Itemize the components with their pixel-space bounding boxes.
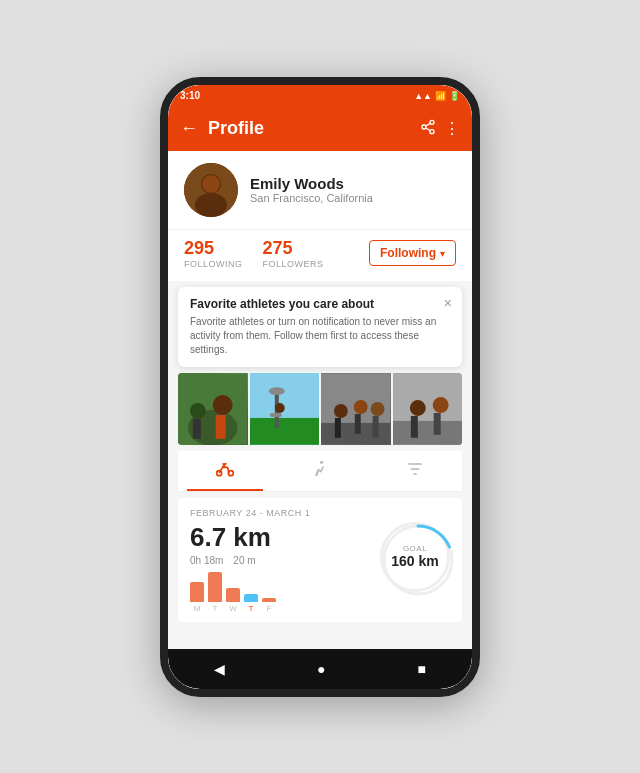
svg-rect-26 bbox=[355, 413, 361, 433]
followers-label: FOLLOWERS bbox=[263, 259, 324, 269]
following-button-label: Following bbox=[380, 246, 436, 260]
activity-main: 6.7 km 0h 18m 20 m bbox=[190, 522, 450, 612]
tab-filter[interactable] bbox=[367, 451, 462, 491]
activity-distance: 6.7 km bbox=[190, 522, 276, 553]
activity-tabs bbox=[178, 451, 462, 492]
svg-rect-24 bbox=[335, 417, 341, 437]
battery-icon: 🔋 bbox=[449, 91, 460, 101]
phone-screen: 3:10 ▲▲ 📶 🔋 ← Profile ⋮ bbox=[168, 85, 472, 689]
bar-F bbox=[262, 598, 276, 602]
svg-rect-16 bbox=[250, 417, 320, 444]
athlete-photo-2[interactable] bbox=[250, 373, 320, 445]
svg-rect-20 bbox=[269, 412, 281, 416]
followers-stat: 275 FOLLOWERS bbox=[263, 238, 324, 269]
svg-rect-30 bbox=[393, 420, 463, 444]
goal-circle: GOAL 160 km bbox=[380, 522, 450, 592]
bar-W bbox=[226, 588, 240, 602]
svg-rect-32 bbox=[410, 415, 417, 437]
activity-left: 6.7 km 0h 18m 20 m bbox=[190, 522, 276, 612]
phone-frame: 3:10 ▲▲ 📶 🔋 ← Profile ⋮ bbox=[160, 77, 480, 697]
svg-point-1 bbox=[422, 125, 426, 129]
svg-point-13 bbox=[213, 395, 233, 415]
athlete-photo-1[interactable] bbox=[178, 373, 248, 445]
svg-point-23 bbox=[334, 404, 348, 418]
activity-duration: 0h 18m bbox=[190, 555, 223, 566]
status-icons: ▲▲ 📶 🔋 bbox=[414, 91, 460, 101]
following-count: 295 bbox=[184, 238, 214, 259]
bar-M bbox=[190, 582, 204, 602]
following-label: FOLLOWING bbox=[184, 259, 243, 269]
chevron-down-icon: ▾ bbox=[440, 248, 445, 259]
running-icon bbox=[310, 459, 330, 483]
svg-point-0 bbox=[430, 120, 434, 124]
svg-point-7 bbox=[195, 193, 227, 217]
athlete-photo-3[interactable] bbox=[321, 373, 391, 445]
svg-point-8 bbox=[202, 175, 220, 193]
svg-rect-28 bbox=[373, 415, 379, 437]
svg-point-25 bbox=[354, 400, 368, 414]
svg-point-33 bbox=[432, 397, 448, 413]
activity-elevation: 20 m bbox=[233, 555, 255, 566]
app-bar-title: Profile bbox=[208, 118, 420, 139]
chart-label-T2: T bbox=[244, 604, 258, 613]
svg-point-31 bbox=[409, 400, 425, 416]
status-bar: 3:10 ▲▲ 📶 🔋 bbox=[168, 85, 472, 107]
profile-location: San Francisco, California bbox=[250, 192, 456, 204]
stats-section: 295 FOLLOWING 275 FOLLOWERS Following ▾ bbox=[168, 229, 472, 281]
share-icon[interactable] bbox=[420, 119, 436, 139]
app-bar-actions: ⋮ bbox=[420, 119, 460, 139]
chart-label-T1: T bbox=[208, 604, 222, 613]
nav-recents-button[interactable]: ■ bbox=[418, 661, 426, 677]
svg-point-18 bbox=[268, 387, 284, 395]
following-button[interactable]: Following ▾ bbox=[369, 240, 456, 266]
cycling-icon bbox=[215, 459, 235, 483]
profile-section: 〜 Emily Woods San Francisco, California bbox=[168, 151, 472, 229]
svg-point-19 bbox=[274, 403, 284, 413]
chart-label-M: M bbox=[190, 604, 204, 613]
photo-strip bbox=[178, 373, 462, 445]
svg-rect-14 bbox=[216, 414, 226, 438]
svg-line-3 bbox=[426, 128, 431, 131]
nav-bar: ◀ ● ■ bbox=[168, 649, 472, 689]
chart-bars bbox=[190, 572, 276, 602]
svg-point-11 bbox=[190, 403, 206, 419]
close-icon[interactable]: × bbox=[444, 295, 452, 311]
menu-icon[interactable]: ⋮ bbox=[444, 119, 460, 138]
svg-point-27 bbox=[371, 402, 385, 416]
nav-home-button[interactable]: ● bbox=[317, 661, 325, 677]
tooltip-card: × Favorite athletes you care about Favor… bbox=[178, 287, 462, 367]
chart-label-F: F bbox=[262, 604, 276, 613]
wifi-icon: ▲▲ bbox=[414, 91, 432, 101]
following-stat: 295 FOLLOWING bbox=[184, 238, 243, 269]
athlete-photo-4[interactable] bbox=[393, 373, 463, 445]
tab-running[interactable] bbox=[273, 451, 368, 491]
filter-icon bbox=[405, 459, 425, 483]
nav-back-button[interactable]: ◀ bbox=[214, 661, 225, 677]
profile-info: Emily Woods San Francisco, California bbox=[250, 175, 456, 204]
activity-meta: 0h 18m 20 m bbox=[190, 555, 276, 566]
activity-section: FEBRUARY 24 - MARCH 1 6.7 km 0h 18m 20 m bbox=[178, 498, 462, 622]
status-time: 3:10 bbox=[180, 90, 200, 101]
goal-arc-svg bbox=[380, 522, 456, 598]
bar-T2 bbox=[244, 594, 258, 602]
signal-icon: 📶 bbox=[435, 91, 446, 101]
svg-point-2 bbox=[430, 129, 434, 133]
tab-cycling[interactable] bbox=[178, 451, 273, 491]
svg-line-4 bbox=[426, 123, 431, 126]
chart-label-W: W bbox=[226, 604, 240, 613]
followers-count: 275 bbox=[263, 238, 293, 259]
svg-rect-12 bbox=[193, 418, 201, 438]
bar-T1 bbox=[208, 572, 222, 602]
tooltip-title: Favorite athletes you care about bbox=[190, 297, 450, 311]
app-bar: ← Profile ⋮ bbox=[168, 107, 472, 151]
tooltip-body: Favorite athletes or turn on notificatio… bbox=[190, 315, 450, 357]
activity-period: FEBRUARY 24 - MARCH 1 bbox=[190, 508, 450, 518]
svg-rect-34 bbox=[433, 412, 440, 434]
back-button[interactable]: ← bbox=[180, 118, 198, 139]
avatar-waves-icon: 〜 bbox=[228, 163, 238, 178]
profile-name: Emily Woods bbox=[250, 175, 456, 192]
avatar: 〜 bbox=[184, 163, 238, 217]
chart-labels: M T W T F bbox=[190, 604, 276, 613]
chart-area: M T W T F bbox=[190, 572, 276, 612]
